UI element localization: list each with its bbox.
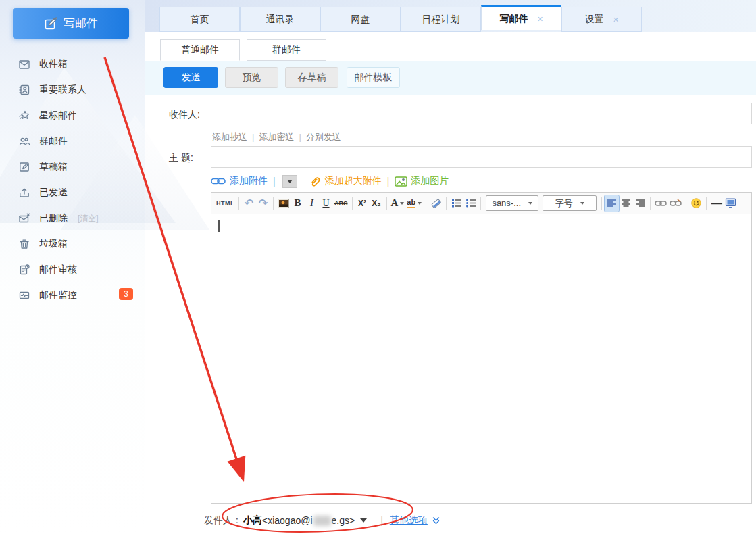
compose-mail-button[interactable]: 写邮件 [13, 8, 129, 39]
tab-netdisk[interactable]: 网盘 [320, 7, 401, 32]
chain-link-icon [211, 175, 226, 187]
sidebar-item-starred[interactable]: 星标邮件 [0, 103, 145, 128]
strikethrough-button[interactable]: ABC [333, 195, 349, 212]
horizontal-rule-icon[interactable]: — [709, 195, 724, 212]
image-icon [395, 175, 407, 187]
tab-schedule[interactable]: 日程计划 [401, 7, 481, 32]
insert-image-icon[interactable] [276, 195, 291, 212]
tab-compose[interactable]: 写邮件 × [481, 5, 561, 30]
tab-label: 写邮件 [499, 13, 528, 25]
font-family-value: sans-... [492, 198, 521, 208]
bold-button[interactable]: B [291, 195, 305, 212]
editor-body[interactable] [211, 214, 752, 504]
cc-links-row: 添加抄送|添加密送|分别发送 [212, 131, 341, 143]
sidebar-item-label: 邮件监控 [39, 289, 77, 301]
sidebar-item-label: 邮件审核 [39, 264, 77, 276]
html-mode-button[interactable]: HTML [215, 195, 236, 212]
sidebar-item-vip-contacts[interactable]: 重要联系人 [0, 77, 145, 103]
send-separately-link[interactable]: 分别发送 [306, 132, 341, 142]
tab-bar: 首页 通讯录 网盘 日程计划 写邮件 × 设置 × [145, 0, 756, 32]
recipient-input[interactable] [211, 103, 752, 124]
align-right-icon[interactable] [633, 195, 647, 212]
sidebar-item-label: 已删除 [39, 212, 68, 224]
remove-link-icon[interactable] [668, 195, 683, 212]
toolbar-divider [446, 197, 447, 210]
mail-template-button[interactable]: 邮件模板 [347, 67, 400, 88]
attachment-dropdown-button[interactable] [282, 175, 297, 188]
tab-label: 通讯录 [266, 14, 295, 26]
tab-label: 网盘 [351, 14, 370, 26]
close-icon[interactable]: × [537, 14, 543, 24]
subtab-label: 群邮件 [272, 44, 301, 56]
chevron-down-icon [528, 202, 532, 205]
sidebar-item-deleted[interactable]: 已删除 [清空] [0, 205, 145, 231]
toolbar-divider [238, 197, 239, 210]
text-cursor [218, 220, 220, 232]
folder-list: 收件箱 重要联系人 星标邮件 群邮件 草稿箱 已发送 已删除 [清空] [0, 51, 145, 308]
tab-home[interactable]: 首页 [159, 7, 240, 32]
sidebar-item-drafts[interactable]: 草稿箱 [0, 154, 145, 180]
sidebar-item-mail-audit[interactable]: 邮件审核 [0, 257, 145, 283]
close-icon[interactable]: × [613, 14, 618, 25]
subtab-group-mail[interactable]: 群邮件 [247, 39, 326, 61]
undo-icon[interactable]: ↶ [242, 195, 256, 212]
sidebar-item-group-mail[interactable]: 群邮件 [0, 128, 145, 154]
font-color-button[interactable]: A [390, 195, 406, 212]
preview-button[interactable]: 预览 [225, 67, 278, 88]
sidebar-item-inbox[interactable]: 收件箱 [0, 51, 145, 77]
align-left-icon[interactable] [605, 195, 619, 212]
highlight-color-button[interactable]: ab [405, 195, 423, 212]
chevron-down-icon [418, 202, 422, 205]
divider: | [273, 176, 276, 187]
ordered-list-icon[interactable] [449, 195, 463, 212]
insert-link-icon[interactable] [653, 195, 668, 212]
empty-trash-link[interactable]: [清空] [78, 213, 99, 224]
bullet-list-icon[interactable] [463, 195, 478, 212]
save-draft-button[interactable]: 存草稿 [285, 67, 338, 88]
add-image-link[interactable]: 添加图片 [411, 175, 449, 187]
add-large-attachment-link[interactable]: 添加超大附件 [325, 175, 382, 187]
toolbar-divider [426, 197, 426, 210]
sender-label: 发件人： [204, 514, 242, 527]
subject-input[interactable] [211, 146, 752, 168]
sidebar-item-label: 已发送 [39, 187, 68, 199]
tab-contacts[interactable]: 通讯录 [240, 7, 320, 32]
expand-options-icon[interactable] [432, 516, 440, 525]
underline-button[interactable]: U [319, 195, 333, 212]
divider: | [252, 132, 254, 142]
redo-icon[interactable]: ↷ [256, 195, 270, 212]
recipient-label: 收件人: [169, 109, 200, 121]
subtab-normal-mail[interactable]: 普通邮件 [160, 39, 240, 61]
align-center-icon[interactable] [619, 195, 633, 212]
tab-label: 首页 [191, 14, 209, 26]
italic-button[interactable]: I [305, 195, 319, 212]
subscript-button[interactable]: X₂ [370, 195, 384, 212]
font-size-select[interactable]: 字号 [543, 195, 597, 211]
send-button[interactable]: 发送 [163, 67, 218, 88]
tab-settings[interactable]: 设置 × [561, 7, 642, 32]
sidebar-item-junk[interactable]: 垃圾箱 [0, 231, 145, 257]
fullscreen-icon[interactable] [724, 195, 738, 212]
compose-button-label: 写邮件 [64, 16, 98, 31]
paperclip-icon [309, 175, 322, 187]
add-bcc-link[interactable]: 添加密送 [259, 132, 294, 142]
sender-address-start: <xiaogao@i [262, 515, 313, 526]
highlight-label: ab [407, 198, 415, 208]
toolbar-divider [352, 197, 353, 210]
superscript-button[interactable]: X² [355, 195, 370, 212]
font-family-select[interactable]: sans-... [486, 195, 538, 211]
sidebar-item-sent[interactable]: 已发送 [0, 180, 145, 205]
chevron-down-icon [400, 202, 404, 205]
redacted-address-blur [313, 516, 331, 526]
sender-name: 小高 [243, 514, 262, 527]
sidebar-item-mail-monitor[interactable]: 邮件监控 3 [0, 283, 145, 308]
add-cc-link[interactable]: 添加抄送 [212, 132, 247, 142]
sender-dropdown-icon[interactable] [360, 518, 367, 523]
sidebar-item-label: 群邮件 [39, 135, 68, 147]
add-attachment-link[interactable]: 添加附件 [230, 175, 268, 187]
other-options-link[interactable]: 其他选项 [390, 514, 428, 527]
eraser-icon[interactable] [429, 195, 443, 212]
action-button-band: 发送 预览 存草稿 邮件模板 [145, 61, 756, 95]
sidebar-item-label: 星标邮件 [39, 110, 77, 122]
emoji-icon[interactable] [689, 195, 703, 212]
